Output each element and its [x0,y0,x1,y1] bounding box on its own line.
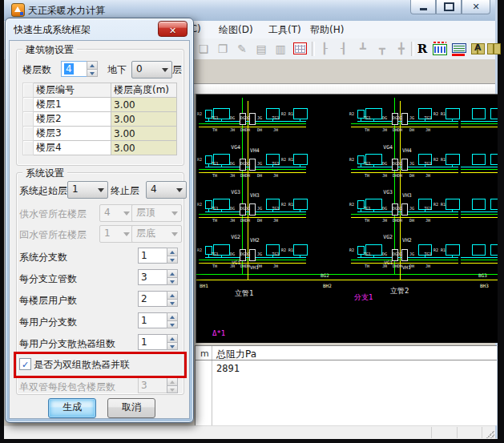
svg-text:R2: R2 [349,157,354,162]
svg-text:VG2: VG2 [383,234,393,240]
svg-text:R2: R2 [197,202,202,207]
pipe-tool-icon[interactable]: ╋ [393,41,409,57]
spin-down-icon[interactable] [167,300,178,308]
table-row[interactable]: 楼层2 3.00 [23,112,177,127]
floor-id-cell[interactable]: 楼层1 [34,98,111,112]
spin-up-icon[interactable] [167,248,178,256]
spin-up-icon[interactable] [87,61,98,70]
table-row[interactable]: 楼层3 3.00 [23,127,177,141]
font-book-icon[interactable] [471,43,485,54]
svg-text:JH: JH [230,264,235,268]
svg-text:TG1: TG1 [363,115,370,120]
close-icon: ✕ [169,26,176,36]
floor-id-cell[interactable]: 楼层4 [34,141,111,155]
close-button[interactable]: ✕ [462,0,490,14]
spin-up-icon[interactable] [167,269,178,278]
riser-tool-icon[interactable]: ┠ [317,41,333,57]
menu-item-help[interactable]: 帮助(H) [310,23,344,37]
svg-text:JG: JG [409,252,414,256]
branch-count-spinner[interactable]: 1 [138,248,178,264]
return-position-combo: 层底 [131,225,182,243]
plot-icon[interactable]: ▤ [253,41,269,57]
cad-canvas[interactable]: BG2BG3BH1BH2BH3VG4VH4VG3VH3VG2VH2VG1VH1R… [196,94,498,343]
dialog-close-button[interactable]: ✕ [158,21,187,37]
start-floor-combo[interactable]: 1 [67,181,108,199]
spin-up-icon[interactable] [167,312,178,321]
svg-text:VG3: VG3 [231,189,240,195]
floor-height-cell[interactable]: 3.00 [111,127,177,141]
resize-grip[interactable] [486,430,494,438]
basement-combo[interactable]: 0 [131,61,172,79]
floor-table[interactable]: 楼层编号 楼层高度(m) 楼层1 3.00 楼层2 3.00 楼层3 3.00 [22,83,177,155]
table-row[interactable]: 楼层4 3.00 [23,141,177,155]
copy-icon[interactable]: ❐ [215,41,231,57]
valve-box-tool-icon[interactable]: ┳ [374,41,390,57]
screen-calc-icon[interactable] [452,43,466,53]
svg-text:BH3: BH3 [480,283,489,288]
svg-text:TH: TH [212,264,217,268]
floor-height-cell[interactable]: 3.00 [111,98,177,112]
floor-id-cell[interactable]: 楼层3 [34,127,111,141]
radiator-tool-icon[interactable]: ┨ [336,41,352,57]
svg-text:DGDG: DGDG [240,252,250,256]
svg-text:DG: DG [382,115,387,120]
result-panel: m 总阻力Pa 2891 [195,345,497,425]
spin-up-icon[interactable] [167,291,178,300]
floor-id-cell[interactable]: 楼层2 [34,112,111,127]
minimize-button[interactable] [410,0,436,14]
menu-item-draw[interactable]: 绘图(D) [219,23,253,37]
hydraulic-calc-icon[interactable] [433,44,447,55]
svg-text:R2 R1: R2 R1 [433,202,446,207]
maximize-button[interactable] [436,0,462,14]
edit-icon[interactable]: ✎ [234,41,250,57]
svg-text:R2: R2 [197,157,202,162]
return-floor-value: 1 [104,228,111,239]
spin-down-icon[interactable] [167,321,178,329]
risers-per-branch-label: 每分支立管数 [19,272,77,286]
branches-per-user-spinner[interactable]: 1 [138,312,178,328]
svg-text:R2: R2 [349,248,354,252]
floor-height-cell[interactable]: 3.00 [111,112,177,127]
svg-text:JH: JH [425,127,430,132]
book-icon[interactable] [487,43,501,54]
screen: 天正采暖水力计算 ✕ (C) 绘图(D) 工具(T) 帮助(H) ❏ ❐ ✎ ▤… [0,0,504,443]
spin-down-icon[interactable] [87,70,98,78]
dropdown-arrow-icon [171,211,178,215]
svg-text:BG3: BG3 [478,272,487,278]
floor-height-cell[interactable]: 3.00 [111,141,177,155]
radiator-groups-spinner[interactable]: 1 [138,334,178,350]
end-floor-value: 4 [151,183,157,195]
save-icon[interactable]: ▥ [272,41,288,57]
users-per-floor-spinner[interactable]: 2 [138,291,178,307]
svg-text:DG: DG [382,161,387,166]
table-row[interactable]: 楼层1 3.00 [23,98,177,112]
spin-down-icon [167,386,178,394]
branch-count-value: 1 [141,250,147,261]
svg-text:JG: JG [257,206,262,211]
spin-down-icon[interactable] [167,343,178,351]
row-selector-header [23,83,34,98]
svg-text:JG: JG [257,252,262,256]
floor-id-header: 楼层编号 [34,83,111,98]
red-highlight-annotation [14,352,187,378]
resistance-tool-icon[interactable]: R [414,41,430,57]
valve-up-tool-icon[interactable]: ┻ [355,41,371,57]
spin-down-icon[interactable] [167,256,178,264]
paste-icon[interactable]: ❏ [196,41,212,57]
generate-button[interactable]: 生成 [48,398,96,418]
svg-text:JH: JH [273,264,278,268]
svg-text:DG: DG [382,252,387,256]
cancel-button[interactable]: 取消 [107,398,155,418]
floors-count-spinner[interactable]: 4 [61,61,98,77]
svg-text:TH: TH [365,218,369,223]
risers-per-branch-spinner[interactable]: 3 [138,269,178,285]
svg-text:TG1: TG1 [272,252,279,256]
end-floor-combo[interactable]: 4 [146,181,187,199]
menu-item-tools[interactable]: 工具(T) [268,23,301,37]
dropdown-arrow-icon [98,188,104,192]
table-red-icon[interactable] [293,42,307,54]
spin-down-icon[interactable] [167,278,178,286]
svg-text:JH: JH [382,218,387,223]
end-floor-label: 终止层 [111,184,139,198]
spin-up-icon[interactable] [167,334,178,343]
